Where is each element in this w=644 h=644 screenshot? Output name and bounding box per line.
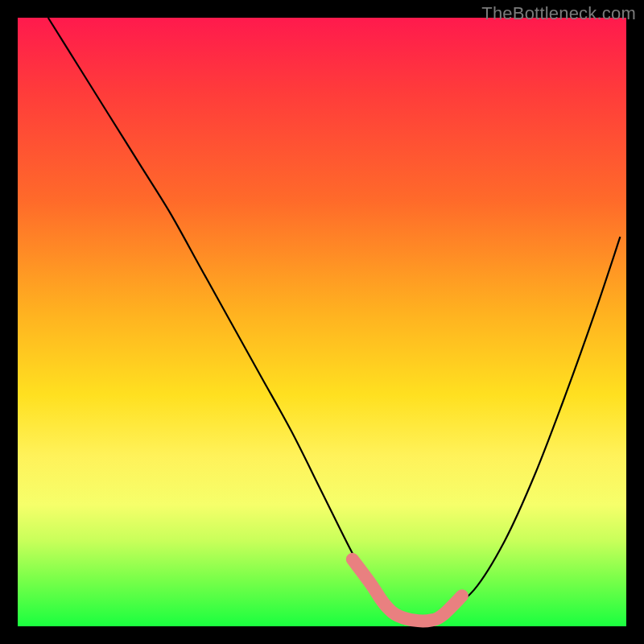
valley-curve-path — [48, 18, 621, 621]
plot-area — [18, 18, 626, 626]
curve-layer — [18, 18, 626, 626]
watermark-text: TheBottleneck.com — [481, 3, 636, 24]
valley-highlight-path — [353, 559, 462, 621]
chart-stage: TheBottleneck.com — [0, 0, 644, 644]
